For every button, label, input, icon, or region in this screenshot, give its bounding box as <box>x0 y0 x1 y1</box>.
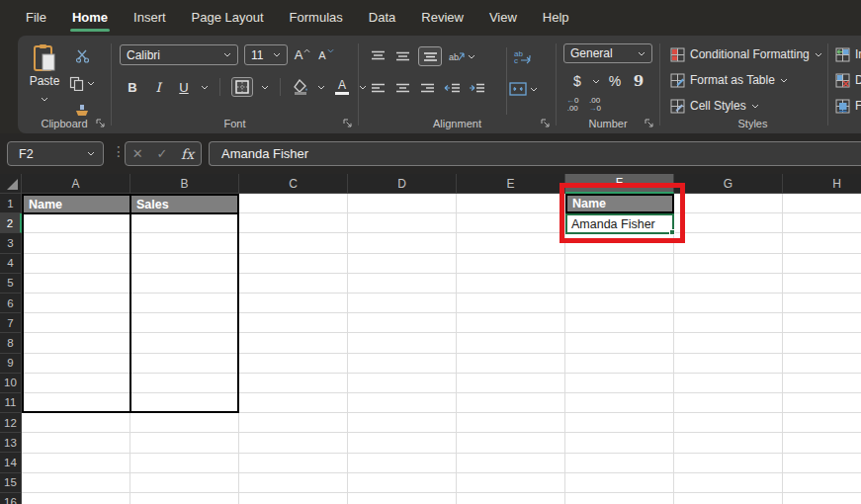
svg-text:ab: ab <box>449 52 459 62</box>
increase-indent-icon[interactable] <box>468 79 485 99</box>
wrap-text-icon[interactable]: abc <box>513 46 531 66</box>
bordered-range-a1-b11 <box>22 194 239 413</box>
fill-color-chevron-icon[interactable] <box>317 85 325 90</box>
cell-styles-button[interactable]: Cell Styles <box>670 95 822 117</box>
comma-style-button[interactable]: 9 <box>630 71 647 91</box>
format-as-table-button[interactable]: Format as Table <box>670 69 822 91</box>
enter-icon[interactable]: ✓ <box>156 146 167 161</box>
row-header-3[interactable]: 3 <box>0 233 22 253</box>
decrease-indent-icon[interactable] <box>443 79 461 99</box>
name-box[interactable]: F2 <box>7 141 104 166</box>
fill-color-icon[interactable] <box>292 77 309 97</box>
borders-icon[interactable] <box>231 77 253 97</box>
percent-style-button[interactable]: % <box>606 71 624 91</box>
row-headers: 1 2 3 4 5 6 7 8 9 10 11 12 13 14 15 16 <box>0 194 22 504</box>
tab-insert[interactable]: Insert <box>123 4 177 33</box>
paste-button[interactable]: Paste <box>28 43 61 106</box>
group-label-font: Font <box>112 118 358 129</box>
alignment-dialog-launcher-icon[interactable] <box>541 119 551 128</box>
copy-icon[interactable] <box>69 73 95 93</box>
underline-chevron-icon[interactable] <box>201 85 209 90</box>
column-header-b[interactable]: B <box>130 174 239 194</box>
row-header-6[interactable]: 6 <box>0 294 22 313</box>
row-header-8[interactable]: 8 <box>0 333 22 353</box>
paste-clipboard-icon <box>28 43 61 73</box>
tab-help[interactable]: Help <box>532 4 580 33</box>
format-cells-icon <box>835 99 850 114</box>
tab-home[interactable]: Home <box>61 4 119 33</box>
accounting-chevron-icon[interactable] <box>592 79 600 84</box>
row-header-12[interactable]: 12 <box>0 413 22 433</box>
row-header-15[interactable]: 15 <box>0 473 22 493</box>
row-header-1[interactable]: 1 <box>0 194 22 213</box>
row-header-16[interactable]: 16 <box>0 493 22 504</box>
cut-icon[interactable] <box>69 45 95 65</box>
conditional-formatting-button[interactable]: Conditional Formatting <box>670 43 822 65</box>
row-header-13[interactable]: 13 <box>0 433 22 453</box>
formula-bar: F2 ⋮ ✕ ✓ fx Amanda Fisher <box>0 133 861 174</box>
format-cells-button[interactable]: Format <box>835 95 861 117</box>
font-size-select[interactable]: 11 <box>244 44 288 65</box>
select-all-corner[interactable] <box>0 174 22 194</box>
ribbon: Paste Clipboard Calibri <box>18 36 861 133</box>
tab-page-layout[interactable]: Page Layout <box>181 4 275 33</box>
row-header-4[interactable]: 4 <box>0 254 22 274</box>
row-header-5[interactable]: 5 <box>0 274 22 294</box>
chevron-down-icon <box>815 52 822 57</box>
row-header-11[interactable]: 11 <box>0 393 22 413</box>
tab-data[interactable]: Data <box>358 4 406 33</box>
spreadsheet-grid: A B C D E F G H 1 2 3 4 5 6 7 8 9 10 11 … <box>0 174 861 504</box>
underline-button[interactable]: U <box>175 77 193 97</box>
row-header-2[interactable]: 2 <box>0 213 22 233</box>
merge-center-icon[interactable] <box>509 79 538 99</box>
row-header-9[interactable]: 9 <box>0 354 22 374</box>
column-header-d[interactable]: D <box>348 174 457 194</box>
cancel-icon[interactable]: ✕ <box>132 146 143 161</box>
column-header-c[interactable]: C <box>239 174 348 194</box>
row-header-7[interactable]: 7 <box>0 313 22 333</box>
align-middle-icon[interactable] <box>393 46 411 66</box>
accounting-format-button[interactable]: $ <box>568 71 586 91</box>
tab-view[interactable]: View <box>478 4 528 33</box>
cell-styles-icon <box>670 99 685 114</box>
italic-button[interactable]: I <box>149 77 167 97</box>
chevron-down-icon <box>638 51 646 56</box>
tab-review[interactable]: Review <box>410 4 474 33</box>
number-format-select[interactable]: General <box>563 43 652 63</box>
group-label-styles: Styles <box>660 118 845 129</box>
decrease-decimal-button[interactable]: .00→0 <box>588 97 600 113</box>
chevron-down-icon <box>223 52 231 57</box>
bold-button[interactable]: B <box>124 77 141 97</box>
svg-text:c: c <box>514 56 518 64</box>
grow-font-button[interactable]: A <box>294 45 311 65</box>
column-header-e[interactable]: E <box>457 174 565 194</box>
column-header-a[interactable]: A <box>22 174 130 194</box>
font-dialog-launcher-icon[interactable] <box>343 119 353 128</box>
row-header-14[interactable]: 14 <box>0 453 22 472</box>
increase-decimal-button[interactable]: ←0.00 <box>566 97 578 113</box>
column-header-g[interactable]: G <box>674 174 783 194</box>
chevron-down-icon <box>780 78 788 83</box>
font-name-select[interactable]: Calibri <box>120 44 238 65</box>
number-dialog-launcher-icon[interactable] <box>645 119 654 128</box>
tab-formulas[interactable]: Formulas <box>279 4 354 33</box>
insert-function-icon[interactable]: fx <box>181 146 194 162</box>
red-annotation-box <box>560 183 685 243</box>
delete-cells-button[interactable]: Delete <box>835 69 861 91</box>
tab-file[interactable]: File <box>15 4 57 33</box>
row-header-10[interactable]: 10 <box>0 374 22 393</box>
font-color-icon[interactable]: A <box>333 77 351 97</box>
insert-cells-button[interactable]: Insert <box>835 43 861 65</box>
orientation-icon[interactable]: ab <box>449 46 475 66</box>
align-left-icon[interactable] <box>369 79 387 99</box>
shrink-font-button[interactable]: A <box>317 45 335 65</box>
clipboard-dialog-launcher-icon[interactable] <box>96 119 106 128</box>
align-top-icon[interactable] <box>369 46 387 66</box>
column-header-h[interactable]: H <box>783 174 861 194</box>
cells-area[interactable]: Name Sales Name Amanda Fisher <box>22 194 861 504</box>
formula-input[interactable]: Amanda Fisher <box>209 141 861 166</box>
borders-chevron-icon[interactable] <box>261 85 269 90</box>
align-center-icon[interactable] <box>393 79 411 99</box>
align-right-icon[interactable] <box>418 79 436 99</box>
align-bottom-icon[interactable] <box>418 46 442 66</box>
